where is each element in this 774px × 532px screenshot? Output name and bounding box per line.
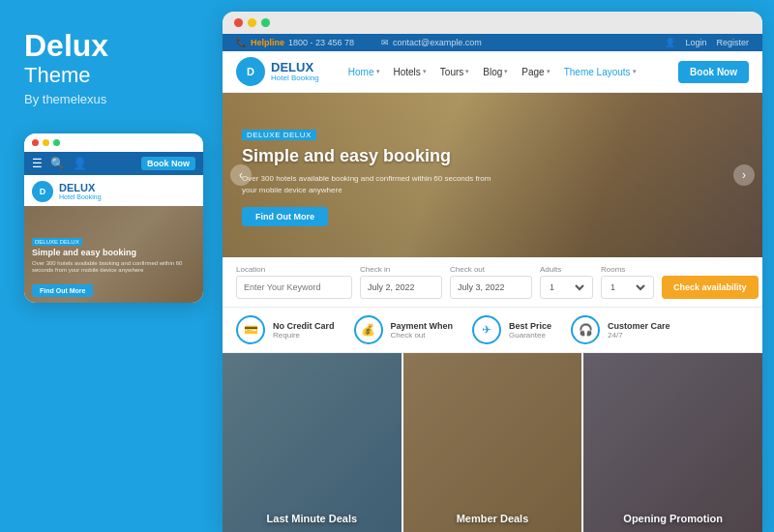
email-icon: ✉ (381, 38, 389, 47)
location-label: Location (236, 265, 352, 274)
mobile-hero-label: DELUXE DELUX (32, 238, 82, 246)
card-last-minute-deals[interactable]: Last Minute Deals (223, 353, 402, 532)
nav-book-now-btn[interactable]: Book Now (678, 61, 749, 83)
site-nav-links: Home ▾ Hotels ▾ Tours ▾ Blog ▾ Page ▾ Th… (348, 67, 637, 77)
mobile-find-out-more-btn[interactable]: Find Out More (32, 284, 93, 297)
mobile-search-icon[interactable]: 🔍 (50, 157, 65, 170)
location-field: Location (236, 265, 352, 299)
desktop-dot-yellow (248, 18, 256, 27)
checkout-label: Check out (450, 265, 532, 274)
mobile-dot-green (53, 139, 60, 146)
hero-right-arrow[interactable]: › (733, 164, 755, 186)
mobile-logo-name: DELUX (59, 183, 102, 193)
location-input[interactable] (236, 276, 352, 299)
checkin-input[interactable] (360, 276, 442, 299)
adults-label: Adults (540, 265, 593, 274)
mobile-user-icon[interactable]: 👤 (73, 157, 87, 170)
feature-best-price: ✈ Best Price Guarantee (472, 315, 551, 344)
feature-title-payment-when: Payment When (391, 321, 454, 331)
mobile-logo-area: D DELUX Hotel Booking (24, 175, 203, 206)
checkin-field: Check in (360, 265, 442, 299)
feature-title-no-credit-card: No Credit Card (273, 321, 335, 331)
feature-subtitle-customer-care: 24/7 (608, 331, 670, 340)
brand-title: Delux (24, 29, 203, 63)
feature-text-no-credit-card: No Credit Card Require (273, 321, 335, 340)
rooms-dropdown[interactable]: 123 (607, 281, 648, 293)
user-icon: 👤 (665, 38, 675, 47)
topbar-email: ✉ contact@example.com (381, 38, 482, 47)
nav-link-hotels[interactable]: Hotels ▾ (394, 67, 427, 77)
cards-row: Last Minute Deals Member Deals Opening P… (223, 353, 762, 532)
card-label-member-deals: Member Deals (403, 513, 582, 524)
topbar-help-label: Helpline (251, 38, 284, 47)
mobile-book-now-btn[interactable]: Book Now (141, 157, 195, 170)
mobile-hero-content: DELUXE DELUX Simple and easy booking Ove… (32, 230, 195, 297)
check-availability-btn[interactable]: Check availability (662, 276, 759, 299)
nav-link-theme-layouts[interactable]: Theme Layouts ▾ (564, 67, 637, 77)
hero-find-out-more-btn[interactable]: Find Out More (242, 207, 328, 226)
payment-when-icon: 💰 (354, 315, 383, 344)
mobile-hero-desc: Over 300 hotels available booking and co… (32, 260, 195, 276)
feature-subtitle-payment-when: Check out (391, 331, 454, 340)
nav-link-home[interactable]: Home ▾ (348, 67, 380, 77)
mobile-nav-bar: ☰ 🔍 👤 Book Now (24, 152, 203, 175)
card-member-deals[interactable]: Member Deals (402, 353, 584, 532)
topbar-phone: 📞 Helpline 1800 - 23 456 78 (236, 38, 354, 47)
site-logo-icon: D (236, 57, 265, 86)
feature-text-payment-when: Payment When Check out (391, 321, 454, 340)
customer-care-icon: 🎧 (571, 315, 600, 344)
hero-left-arrow[interactable]: ‹ (230, 164, 252, 186)
search-bar: Location Check in Check out Adults 123 (223, 257, 762, 308)
hero-desc: Over 300 hotels available booking and co… (242, 173, 493, 196)
feature-subtitle-best-price: Guarantee (509, 331, 551, 340)
site-navbar: D DELUX Hotel Booking Home ▾ Hotels ▾ To… (223, 51, 762, 93)
mobile-dots (32, 139, 60, 146)
feature-no-credit-card: 💳 No Credit Card Require (236, 315, 335, 344)
rooms-field: Rooms 123 (601, 265, 654, 299)
feature-text-best-price: Best Price Guarantee (509, 321, 551, 340)
mobile-logo-text-wrap: DELUX Hotel Booking (59, 183, 102, 200)
hero-content: DELUXE DELUX Simple and easy booking Ove… (223, 104, 513, 246)
card-opening-promotion[interactable]: Opening Promotion (583, 353, 762, 532)
hero-label: DELUXE DELUX (242, 130, 316, 140)
rooms-select[interactable]: 123 (601, 276, 654, 299)
checkout-input[interactable] (450, 276, 532, 299)
mobile-mockup: ☰ 🔍 👤 Book Now D DELUX Hotel Booking DEL… (24, 133, 203, 303)
adults-select[interactable]: 123 (540, 276, 593, 299)
site-logo-tag: Hotel Booking (271, 74, 319, 82)
topbar-register-btn[interactable]: Register (716, 38, 749, 47)
left-panel: Delux Theme By themelexus ☰ 🔍 👤 Book Now… (0, 0, 223, 532)
right-panel: 📞 Helpline 1800 - 23 456 78 ✉ contact@ex… (223, 12, 762, 532)
desktop-dot-red (234, 18, 243, 27)
checkout-field: Check out (450, 265, 532, 299)
adults-dropdown[interactable]: 123 (546, 281, 587, 293)
feature-customer-care: 🎧 Customer Care 24/7 (571, 315, 670, 344)
desktop-dot-green (261, 18, 270, 27)
checkin-label: Check in (360, 265, 442, 274)
mobile-menu-icon[interactable]: ☰ (32, 157, 43, 170)
site-hero: ‹ DELUXE DELUX Simple and easy booking O… (223, 93, 762, 257)
brand-subtitle: Theme (24, 63, 203, 88)
mobile-hero-title: Simple and easy booking (32, 248, 195, 258)
topbar-email-address: contact@example.com (393, 38, 482, 47)
nav-link-tours[interactable]: Tours ▾ (440, 67, 469, 77)
best-price-icon: ✈ (472, 315, 501, 344)
nav-link-page[interactable]: Page ▾ (521, 67, 550, 77)
rooms-label: Rooms (601, 265, 654, 274)
hero-title: Simple and easy booking (242, 146, 493, 167)
browser-content: 📞 Helpline 1800 - 23 456 78 ✉ contact@ex… (223, 34, 762, 532)
nav-link-blog[interactable]: Blog ▾ (483, 67, 508, 77)
mobile-dot-yellow (43, 139, 49, 146)
mobile-dot-red (32, 139, 39, 146)
site-topbar: 📞 Helpline 1800 - 23 456 78 ✉ contact@ex… (223, 34, 762, 51)
site-logo-texts: DELUX Hotel Booking (271, 61, 319, 82)
card-label-opening-promotion: Opening Promotion (583, 513, 762, 524)
mobile-top-bar (24, 133, 203, 152)
topbar-right: 👤 Login Register (665, 38, 749, 47)
card-label-last-minute-deals: Last Minute Deals (223, 513, 402, 524)
feature-title-best-price: Best Price (509, 321, 551, 331)
topbar-login-btn[interactable]: Login (685, 38, 706, 47)
no-credit-card-icon: 💳 (236, 315, 265, 344)
adults-field: Adults 123 (540, 265, 593, 299)
desktop-top-dots (223, 12, 762, 34)
